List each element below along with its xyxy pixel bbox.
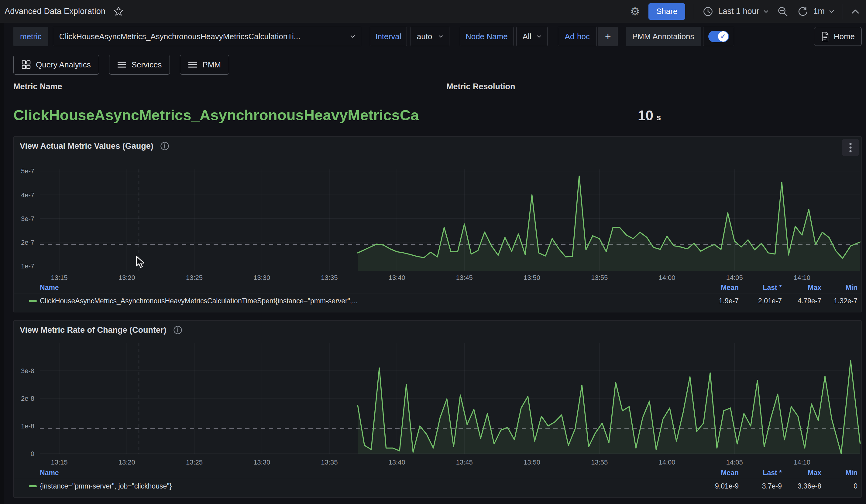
pmm-annotations-toggle[interactable]: ✓ xyxy=(703,27,734,46)
svg-text:3e-7: 3e-7 xyxy=(21,215,34,222)
series-color-swatch xyxy=(29,485,37,487)
services-label: Services xyxy=(132,60,162,70)
stat-mean: 1.9e-7 xyxy=(690,297,739,305)
dashboard-links-row: Query Analytics Services PMM xyxy=(13,55,862,75)
legend-col-min[interactable]: Min xyxy=(821,284,857,292)
legend-header: Name Mean Last * Max Min xyxy=(14,282,862,294)
interval-select-value: auto xyxy=(417,32,432,41)
svg-text:14:10: 14:10 xyxy=(794,458,810,466)
refresh-controls: 1m xyxy=(797,6,834,17)
home-button-label: Home xyxy=(834,32,855,41)
legend-col-mean[interactable]: Mean xyxy=(690,469,739,477)
svg-text:2e-8: 2e-8 xyxy=(21,395,34,402)
metric-header-row: Metric Name Metric Resolution xyxy=(13,82,862,91)
legend-col-min[interactable]: Min xyxy=(821,469,857,477)
svg-text:13:15: 13:15 xyxy=(51,458,67,466)
clock-icon xyxy=(702,6,713,17)
interval-select[interactable]: auto xyxy=(411,27,449,46)
stat-max: 4.79e-7 xyxy=(782,297,821,305)
svg-text:13:45: 13:45 xyxy=(456,274,473,282)
nav-divider xyxy=(694,4,694,20)
panel-header: View Metric Rate of Change (Counter) xyxy=(14,321,862,340)
svg-text:13:55: 13:55 xyxy=(591,458,608,466)
time-range-picker[interactable]: Last 1 hour xyxy=(702,6,768,17)
legend-col-last[interactable]: Last * xyxy=(739,469,782,477)
legend-col-name[interactable]: Name xyxy=(40,469,690,477)
series-name[interactable]: ClickHouseAsyncMetrics_AsynchronousHeavy… xyxy=(40,297,690,305)
nav-divider xyxy=(843,4,843,20)
svg-text:13:20: 13:20 xyxy=(119,274,135,282)
menu-lines-icon xyxy=(188,61,197,68)
stat-last: 2.01e-7 xyxy=(739,297,782,305)
info-icon[interactable] xyxy=(160,141,169,151)
info-icon[interactable] xyxy=(173,325,182,335)
stat-max: 3.36e-8 xyxy=(782,482,821,490)
favorite-star-icon[interactable] xyxy=(113,7,124,16)
legend-col-max[interactable]: Max xyxy=(782,469,821,477)
panel-title[interactable]: View Actual Metric Values (Gauge) xyxy=(20,141,154,151)
query-analytics-link-button[interactable]: Query Analytics xyxy=(13,55,99,75)
stat-min: 1.32e-7 xyxy=(821,297,857,305)
collapse-chevron-up-icon[interactable] xyxy=(852,9,859,14)
svg-text:14:05: 14:05 xyxy=(726,274,743,282)
legend-col-mean[interactable]: Mean xyxy=(690,284,739,292)
menu-lines-icon xyxy=(117,61,126,68)
metric-select[interactable]: ClickHouseAsyncMetrics_AsynchronousHeavy… xyxy=(53,27,361,46)
add-adhoc-filter-button[interactable]: + xyxy=(598,27,618,46)
metric-select-value: ClickHouseAsyncMetrics_AsynchronousHeavy… xyxy=(59,32,300,41)
counter-chart[interactable]: 13:1513:2013:2513:3013:3513:4013:4513:50… xyxy=(14,340,862,467)
metric-name-label: Metric Name xyxy=(13,82,440,91)
legend-col-last[interactable]: Last * xyxy=(739,284,782,292)
svg-text:14:05: 14:05 xyxy=(726,458,743,466)
svg-text:13:50: 13:50 xyxy=(523,274,540,282)
variables-row: metric ClickHouseAsyncMetrics_Asynchrono… xyxy=(13,27,862,46)
pmm-annotations-label: PMM Annotations xyxy=(626,27,701,46)
svg-text:13:55: 13:55 xyxy=(591,274,608,282)
svg-text:1e-8: 1e-8 xyxy=(21,422,34,430)
gauge-chart[interactable]: 13:1513:2013:2513:3013:3513:4013:4513:50… xyxy=(14,156,862,282)
stat-mean: 9.01e-9 xyxy=(690,482,739,490)
dashboard-settings-gear-icon[interactable]: ⚙ xyxy=(630,6,640,17)
legend-header: Name Mean Last * Max Min xyxy=(14,467,862,479)
svg-text:13:40: 13:40 xyxy=(389,274,406,282)
metric-variable-label: metric xyxy=(13,27,48,46)
svg-text:13:25: 13:25 xyxy=(186,274,203,282)
svg-text:0: 0 xyxy=(31,450,34,458)
adhoc-filter-label: Ad-hoc xyxy=(558,27,597,46)
toggle-pill: ✓ xyxy=(708,31,729,42)
series-name[interactable]: {instance="pmm-server", job="clickhouse"… xyxy=(40,482,690,490)
share-button[interactable]: Share xyxy=(648,3,685,20)
stat-min: 0 xyxy=(821,482,857,490)
home-button[interactable]: Home xyxy=(814,27,862,46)
refresh-icon[interactable] xyxy=(797,6,809,17)
time-range-label: Last 1 hour xyxy=(718,7,759,16)
pmm-link-button[interactable]: PMM xyxy=(180,55,229,75)
svg-text:2e-7: 2e-7 xyxy=(21,239,34,246)
legend-row: ClickHouseAsyncMetrics_AsynchronousHeavy… xyxy=(14,294,862,308)
svg-text:13:45: 13:45 xyxy=(456,458,473,466)
svg-text:13:40: 13:40 xyxy=(389,458,406,466)
chevron-down-icon xyxy=(537,35,541,38)
node-name-select[interactable]: All xyxy=(516,27,547,46)
panel-menu-kebab-icon[interactable] xyxy=(842,139,859,156)
svg-text:5e-7: 5e-7 xyxy=(21,167,34,175)
svg-text:13:30: 13:30 xyxy=(253,274,270,282)
chevron-down-icon xyxy=(764,10,768,13)
refresh-interval-label[interactable]: 1m xyxy=(813,7,825,16)
legend-col-name[interactable]: Name xyxy=(40,284,690,292)
svg-text:14:00: 14:00 xyxy=(658,458,675,466)
resolution-unit: s xyxy=(656,113,661,122)
zoom-out-icon[interactable] xyxy=(777,6,789,17)
chevron-down-icon xyxy=(350,35,355,38)
page-title[interactable]: Advanced Data Exploration xyxy=(4,7,106,16)
svg-text:13:35: 13:35 xyxy=(321,274,337,282)
interval-variable-label: Interval xyxy=(370,27,407,46)
services-link-button[interactable]: Services xyxy=(109,55,170,75)
apps-grid-icon xyxy=(22,60,31,69)
svg-text:13:20: 13:20 xyxy=(119,458,135,466)
panel-metric-rate-of-change: View Metric Rate of Change (Counter) 13:… xyxy=(13,320,862,497)
toggle-check-icon: ✓ xyxy=(718,31,728,42)
panel-title[interactable]: View Metric Rate of Change (Counter) xyxy=(20,325,167,335)
legend-col-max[interactable]: Max xyxy=(782,284,821,292)
chevron-down-icon[interactable] xyxy=(829,10,834,13)
